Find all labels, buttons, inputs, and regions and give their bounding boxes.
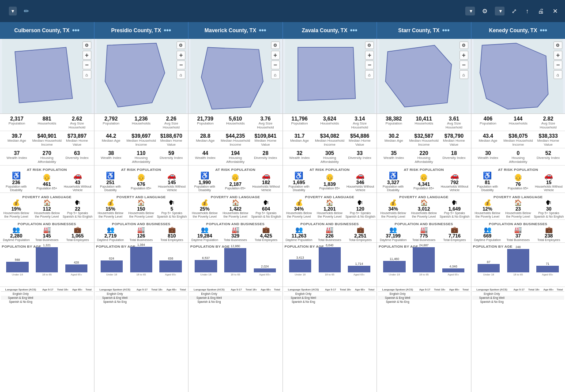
map-zoom-in[interactable]: + <box>83 51 91 60</box>
lang-cell <box>273 296 282 300</box>
at-risk-title: AT RISK POPULATION <box>284 166 376 172</box>
col-header-label: Starr County, TX <box>398 27 440 34</box>
popbiz-section-culberson: POPULATION AND BUSINESSES 👥 2,280 Daytim… <box>0 220 94 243</box>
lang-cell <box>259 300 272 304</box>
map-gear-btn[interactable]: ⚙ <box>83 41 91 49</box>
map-gear-btn[interactable]: ⚙ <box>460 41 468 49</box>
bar-value: 636 <box>168 257 173 260</box>
col-options-btn[interactable]: ••• <box>164 26 171 34</box>
lang-col-header: Language Spoken (ACS) <box>472 288 512 292</box>
avg-hh-stat: 2.62 Avg Size Household <box>62 116 92 130</box>
col-options-btn[interactable]: ••• <box>350 26 358 34</box>
households-stat: 144 Households <box>503 116 533 126</box>
map-gear-btn[interactable]: ⚙ <box>177 41 185 49</box>
map-area-presidio: ⚙ + − ⌂ <box>94 39 188 114</box>
no-vehicle-item: 🚗 182 Households Without Vehicle <box>251 172 282 192</box>
diversity-stat: 52 Diversity Index <box>533 150 563 160</box>
employees-item: 💼 1,065 Total Employees <box>62 226 93 242</box>
seniors-item: 👴 4,341 Population 65+ <box>409 174 440 190</box>
map-home-btn[interactable]: ⌂ <box>83 70 91 79</box>
map-gear-btn[interactable]: ⚙ <box>365 41 374 49</box>
map-zoom-out[interactable]: − <box>554 60 562 69</box>
businesses-item: 🏭 775 Total Businesses <box>409 226 440 242</box>
expand-button[interactable]: ⤢ <box>510 6 519 16</box>
lang-col-header: Age 5-17 <box>40 288 55 292</box>
no-vehicle-item: 🚗 792 Households Without Vehicle <box>439 172 470 192</box>
popbiz-row: 👥 37,199 Daytime Population 🏭 775 Total … <box>378 226 470 242</box>
map-zoom-out[interactable]: − <box>271 60 280 69</box>
chart-section-kenedy: POPULATION BY AGE 87 Under 18 248 18 to … <box>471 243 565 287</box>
map-home-btn[interactable]: ⌂ <box>177 70 185 79</box>
income-stats-zavala: 31.7 Median Age $34,082 Median Household… <box>283 131 377 148</box>
bar <box>478 264 500 272</box>
index-row: 32 Wealth Index 305 Housing Affordabilit… <box>285 150 375 164</box>
lang-cell <box>135 296 150 300</box>
col-options-btn[interactable]: ••• <box>442 26 450 34</box>
median-age-stat: 44.2 Median Age <box>96 133 126 143</box>
bar-value: 87 <box>487 260 490 264</box>
bar-value: 3,413 <box>296 256 304 259</box>
households-stat: 5,610 Households <box>220 116 250 126</box>
print-button[interactable]: 🖨 <box>536 6 546 16</box>
lang-cell <box>165 296 178 300</box>
no-english-item: 🗣 30 Pop 5+ Speaks Spanish & No English <box>534 200 565 218</box>
close-button[interactable]: ✕ <box>551 6 560 16</box>
view-mode-dropdown[interactable]: ▾ <box>465 7 475 15</box>
poverty-pct-item: 💰 12% Households Below the Poverty Level <box>472 200 503 218</box>
no-english-item: 🗣 120 Pop 5+ Speaks Spanish & No English <box>345 200 376 218</box>
settings-button[interactable]: ⚙ <box>480 6 490 16</box>
map-home-btn[interactable]: ⌂ <box>554 70 562 79</box>
lang-cell <box>461 296 470 300</box>
map-gear-btn[interactable]: ⚙ <box>271 41 280 49</box>
bar-value: 1,714 <box>355 262 363 265</box>
map-zoom-out[interactable]: − <box>83 60 91 69</box>
zoom-dropdown[interactable]: ▾ <box>495 7 505 15</box>
lang-cell <box>70 300 84 304</box>
no-vehicle-item: 🚗 15 Households Without Vehicle <box>534 172 565 192</box>
map-svg <box>0 39 94 113</box>
map-home-btn[interactable]: ⌂ <box>460 70 468 79</box>
median-home-stat: $73,897 Median Home Value <box>62 133 92 147</box>
map-zoom-in[interactable]: + <box>460 51 468 60</box>
map-zoom-in[interactable]: + <box>365 51 374 60</box>
map-zoom-in[interactable]: + <box>177 51 185 60</box>
map-home-btn[interactable]: ⌂ <box>365 70 374 79</box>
map-zoom-in[interactable]: + <box>554 51 562 60</box>
popbiz-section-presidio: POPULATION AND BUSINESSES 👥 2,719 Daytim… <box>94 220 188 243</box>
column-starr: ⚙ + − ⌂ 38,382 Population 10,411 Househo… <box>377 39 471 392</box>
title-dropdown[interactable]: ▾ <box>9 7 17 15</box>
bar-group: 428 Aged 65+ <box>63 261 90 276</box>
at-risk-section-kenedy: AT RISK POPULATION ♿ 81 Population with … <box>471 166 565 193</box>
median-hh-income-stat: $44,235 Median Household Income <box>220 133 250 147</box>
map-home-btn[interactable]: ⌂ <box>271 70 280 79</box>
income-row: 28.8 Median Age $44,235 Median Household… <box>190 133 281 147</box>
map-zoom-out[interactable]: − <box>460 60 468 69</box>
diversity-stat: 33 Diversity Index <box>345 150 375 160</box>
map-gear-btn[interactable]: ⚙ <box>554 41 562 49</box>
diversity-stat: 28 Diversity Index <box>250 150 280 160</box>
map-zoom-in[interactable]: + <box>271 51 280 60</box>
popbiz-row: 👥 19,284 Daytime Population 🏭 329 Total … <box>189 226 282 242</box>
lang-cell <box>244 296 259 300</box>
lang-col-header: Total 18+ <box>527 288 542 292</box>
bar-value: 4,046 <box>449 265 457 268</box>
lang-cell: Spanish & Eng Well <box>1 296 40 300</box>
lang-cell <box>229 300 244 304</box>
popbiz-row: 👥 669 Daytime Population 🏭 37 Total Busi… <box>472 226 565 242</box>
seniors-item: 👴 2,187 Population 65+ <box>220 174 251 190</box>
bar-label: Aged 65+ <box>354 273 365 276</box>
col-options-btn[interactable]: ••• <box>540 26 547 34</box>
col-header-presidio: Presidio County, TX••• <box>94 22 189 39</box>
avg-hh-stat: 2.26 Avg Size Household <box>156 116 186 130</box>
lang-col-header: Age 65+ <box>353 288 367 292</box>
share-button[interactable]: ↑ <box>524 6 531 16</box>
disability-item: ♿ 81 Population with Disability <box>472 172 503 192</box>
lang-col-header: Language Spoken (ACS) <box>378 288 417 292</box>
col-options-btn[interactable]: ••• <box>259 26 266 34</box>
map-zoom-out[interactable]: − <box>177 60 185 69</box>
poverty-pct-item: 💰 34% Households Below the Poverty Level <box>284 200 315 218</box>
bar-group: 71 Aged 65+ <box>534 262 561 276</box>
map-zoom-out[interactable]: − <box>365 60 374 69</box>
income-stats-starr: 30.2 Median Age $32,587 Median Household… <box>377 131 471 148</box>
col-options-btn[interactable]: ••• <box>72 26 79 34</box>
